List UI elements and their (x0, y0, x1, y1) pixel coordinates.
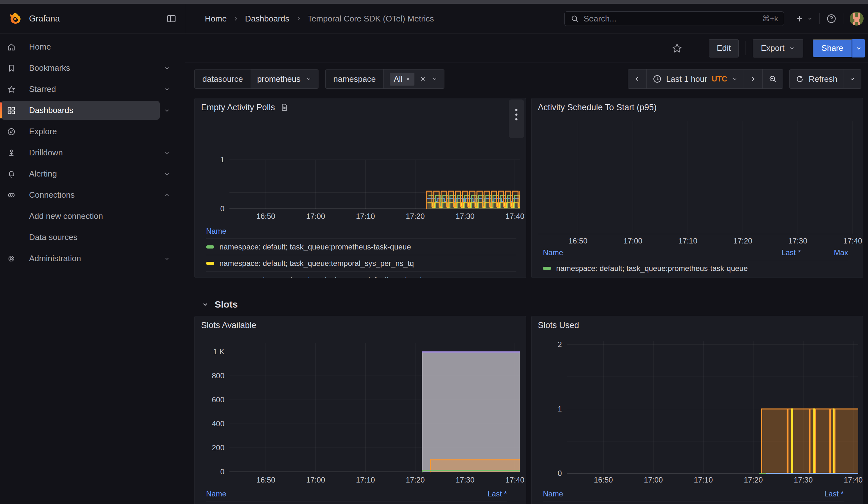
export-button[interactable]: Export (753, 39, 803, 58)
row-slots-toggle[interactable]: Slots (202, 296, 238, 313)
sidebar-item-alerting[interactable]: Alerting (0, 163, 185, 184)
series-label: namespace: default; task_queue:temporal_… (219, 259, 516, 268)
legend-row[interactable]: namespace: default; task_queue:prometheu… (206, 501, 507, 504)
x-tick-label: 17:20 (744, 475, 763, 484)
remove-chip-icon[interactable] (406, 76, 411, 81)
legend-row[interactable]: namespace: default; task_queue:prometheu… (206, 238, 516, 255)
share-button[interactable]: Share (813, 39, 852, 58)
divider (745, 41, 746, 55)
x-tick-label: 17:10 (694, 475, 713, 484)
legend-col-name[interactable]: Name (543, 248, 753, 257)
datasource-label: datasource (195, 70, 251, 89)
refresh-button[interactable]: Refresh (790, 70, 843, 89)
sidebar-item-data-sources[interactable]: Data sources (0, 227, 185, 248)
legend-col-name[interactable]: Name (206, 227, 516, 236)
legend-col-name[interactable]: Name (206, 490, 459, 498)
panel-header[interactable]: Slots Used (531, 316, 862, 335)
x-tick-label: 17:40 (505, 475, 524, 484)
namespace-chip[interactable]: All (390, 73, 414, 85)
refresh-label: Refresh (809, 74, 837, 84)
zoom-out-button[interactable] (762, 70, 783, 89)
time-shift-back-button[interactable] (628, 70, 647, 89)
sidebar-item-home[interactable]: Home (0, 36, 185, 58)
x-tick-label: 17:10 (356, 475, 375, 484)
panel-legend: NameLast *namespace: default; task_queue… (195, 487, 526, 504)
gear-icon (7, 254, 16, 263)
timeseries-chart[interactable]: 16:5017:0017:1017:2017:3017:4001 (195, 116, 526, 224)
sidebar-item-explore[interactable]: Explore (0, 121, 185, 142)
legend-col[interactable]: Last * (796, 490, 844, 498)
sidebar-item-label: Explore (29, 127, 57, 136)
chevron-down-icon (164, 107, 170, 114)
grafana-logo-icon[interactable] (8, 11, 23, 26)
bookmark-icon (7, 64, 16, 73)
grafana-app: Grafana Home Dashboards Temporal Core SD… (0, 0, 868, 504)
series-label: namespace: default; task_queue:prometheu… (556, 264, 753, 273)
panel-title: Slots Available (201, 320, 256, 330)
sidebar-item-add-new-connection[interactable]: Add new connection (0, 206, 185, 227)
y-tick-label: 1 (220, 155, 225, 164)
help-icon[interactable] (826, 13, 837, 24)
y-tick-label: 1 K (213, 347, 225, 356)
legend-header: NameLast * (543, 487, 844, 501)
time-picker-group: Last 1 hour UTC (628, 69, 783, 89)
sidebar-toggle-icon[interactable] (166, 13, 177, 24)
panel-header[interactable]: Slots Available (195, 316, 526, 335)
legend-row[interactable]: namespace: default; task_queue:prometheu… (543, 260, 848, 276)
x-tick-label: 17:40 (505, 212, 524, 220)
time-range-picker[interactable]: Last 1 hour UTC (647, 70, 744, 89)
chevron-down-icon (732, 76, 738, 82)
legend-col[interactable]: Last * (459, 490, 507, 498)
breadcrumb-home[interactable]: Home (205, 14, 227, 24)
legend-col[interactable]: Max (801, 248, 848, 257)
header-right: Home Dashboards Temporal Core SDK (OTel)… (185, 4, 868, 33)
search-bar[interactable]: ⌘+k (564, 11, 784, 26)
sidebar-item-administration[interactable]: Administration (0, 248, 185, 269)
chevron-down-icon (164, 65, 170, 72)
refresh-group: Refresh (789, 69, 861, 89)
search-input[interactable] (583, 14, 762, 24)
add-new-button[interactable] (795, 14, 813, 23)
timeseries-chart[interactable]: 16:5017:0017:1017:2017:3017:40 (531, 116, 863, 245)
legend-row[interactable]: namespace: temporal_system; task_queue:d… (206, 271, 516, 278)
sidebar-item-connections[interactable]: Connections (0, 184, 185, 206)
drilldown-icon (7, 148, 16, 157)
sidebar-item-drilldown[interactable]: Drilldown (0, 142, 185, 163)
chevron-up-icon (164, 192, 170, 199)
x-tick-label: 16:50 (256, 475, 275, 484)
legend-row[interactable]: namespace: default; task_queue:prometheu… (543, 501, 844, 504)
panel-header[interactable]: Activity Schedule To Start (p95) (531, 98, 862, 116)
namespace-label: namespace (326, 70, 383, 89)
legend-col[interactable]: Last * (753, 248, 801, 257)
clear-selection-icon[interactable] (420, 75, 426, 82)
legend-row[interactable]: namespace: default; task_queue:temporal_… (206, 255, 516, 271)
x-tick-label: 17:00 (306, 212, 325, 220)
favorite-star-icon[interactable] (671, 43, 683, 54)
sidebar-item-bookmarks[interactable]: Bookmarks (0, 58, 185, 79)
x-tick-label: 16:50 (568, 237, 587, 245)
legend-col-name[interactable]: Name (543, 490, 796, 498)
y-tick-label: 200 (212, 443, 225, 452)
window-top-strip (0, 0, 868, 4)
series-label: namespace: default; task_queue:prometheu… (219, 243, 516, 251)
sidebar-item-dashboards[interactable]: Dashboards (0, 100, 185, 121)
timeseries-chart[interactable]: 16:5017:0017:1017:2017:3017:400200400600… (195, 335, 526, 487)
time-shift-forward-button[interactable] (744, 70, 762, 89)
timeseries-chart[interactable]: 16:5017:0017:1017:2017:3017:40012 (531, 335, 863, 487)
app-header: Grafana Home Dashboards Temporal Core SD… (0, 4, 868, 34)
panel-description-icon[interactable] (280, 103, 289, 112)
panel-header[interactable]: Empty Activity Polls (195, 98, 526, 116)
chevron-right-icon (295, 15, 302, 22)
sidebar-item-starred[interactable]: Starred (0, 79, 185, 100)
user-avatar[interactable] (850, 12, 864, 25)
datasource-select[interactable]: prometheus (251, 70, 318, 89)
sidebar-item-label: Data sources (29, 233, 78, 242)
namespace-select[interactable]: All (383, 70, 444, 89)
panel-slots-used: Slots Used 16:5017:0017:1017:2017:3017:4… (531, 316, 863, 504)
breadcrumb-dashboards[interactable]: Dashboards (245, 14, 289, 24)
refresh-interval-caret[interactable] (843, 70, 861, 89)
header-left: Grafana (0, 4, 185, 33)
export-label: Export (761, 43, 784, 53)
edit-button[interactable]: Edit (709, 39, 739, 58)
share-menu-caret[interactable] (852, 39, 865, 58)
